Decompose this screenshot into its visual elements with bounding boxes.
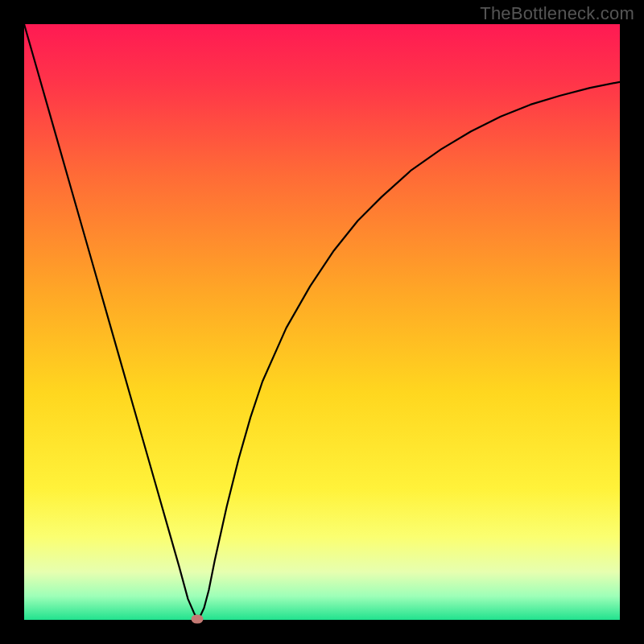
chart-background-gradient [24, 24, 620, 620]
bottleneck-chart [24, 24, 620, 620]
optimal-point-marker [191, 614, 203, 623]
watermark-text: TheBottleneck.com [480, 3, 634, 24]
plot-frame [24, 24, 620, 620]
